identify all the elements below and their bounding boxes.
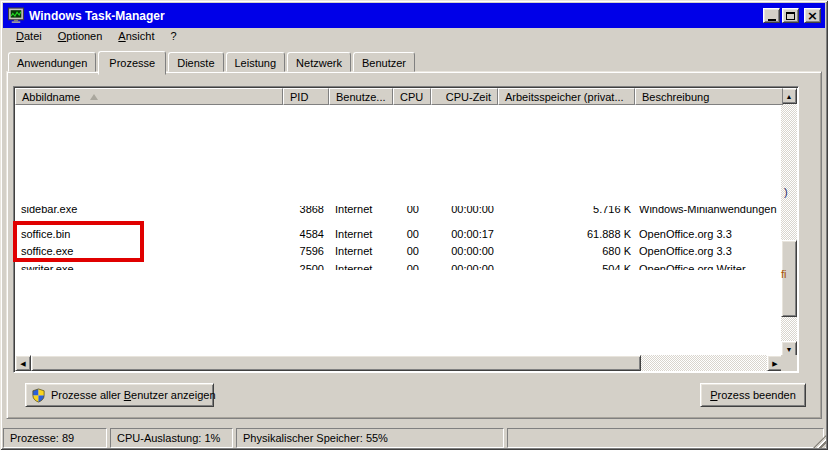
status-physical-memory: Physikalischer Speicher: 55%	[236, 428, 504, 448]
tab-leistung[interactable]: Leistung	[226, 52, 286, 72]
menu-optionen[interactable]: Optionen	[50, 28, 111, 46]
arrow-up-icon: ▲	[786, 93, 793, 100]
menu-datei[interactable]: Datei	[8, 28, 50, 46]
tab-benutzer[interactable]: Benutzer	[353, 52, 415, 72]
arrow-left-icon: ◀	[20, 360, 25, 367]
menubar: Datei Optionen Ansicht ?	[3, 28, 825, 46]
menu-ansicht[interactable]: Ansicht	[110, 28, 162, 46]
clipped-row-wrapper: swriter.exe 2500 Internet 00 00:00:00 50…	[15, 260, 783, 270]
show-all-processes-button[interactable]: Prozesse aller Benutzer anzeigen	[25, 383, 214, 407]
window-title: Windows Task-Manager	[29, 9, 761, 23]
arrow-down-icon: ▼	[786, 346, 793, 353]
show-all-processes-label: Prozesse aller Benutzer anzeigen	[51, 389, 216, 401]
menu-hilfe[interactable]: ?	[162, 28, 184, 46]
tabstrip: Anwendungen Prozesse Dienste Leistung Ne…	[8, 51, 417, 72]
status-empty-panel	[507, 428, 824, 448]
column-header-cpu-zeit[interactable]: CPU-Zeit	[431, 88, 498, 105]
maximize-icon	[786, 12, 795, 20]
process-list-body: sidebar.exe 3868 Internet 00 00:00:00 5.…	[15, 105, 783, 357]
table-row-swriter[interactable]: swriter.exe 2500 Internet 00 00:00:00 50…	[15, 260, 783, 270]
process-list: Abbildname PID Benutze... CPU CPU-Zeit A…	[13, 86, 799, 373]
column-header-arbeitsspeicher[interactable]: Arbeitsspeicher (privat...	[498, 88, 635, 105]
status-cpu-usage: CPU-Auslastung: 1%	[110, 428, 233, 448]
minimize-icon	[768, 19, 776, 21]
column-header-beschreibung[interactable]: Beschreibung	[635, 88, 783, 105]
column-header-benutzer[interactable]: Benutze...	[329, 88, 393, 105]
tab-prozesse[interactable]: Prozesse	[98, 51, 166, 75]
table-row-soffice-bin[interactable]: soffice.bin 4584 Internet 00 00:00:17 61…	[15, 225, 783, 242]
uac-shield-icon	[31, 388, 46, 403]
process-list-header: Abbildname PID Benutze... CPU CPU-Zeit A…	[15, 88, 783, 105]
scroll-up-button[interactable]: ▲	[781, 88, 797, 104]
end-process-label: Prozess beenden	[710, 389, 796, 401]
vertical-scrollbar[interactable]: ▲ ▼	[781, 88, 797, 357]
horizontal-scroll-thumb[interactable]	[31, 355, 641, 371]
horizontal-scrollbar[interactable]: ◀ ▶	[15, 355, 783, 371]
close-icon: ×	[807, 10, 818, 21]
tab-netzwerk[interactable]: Netzwerk	[287, 52, 351, 72]
minimize-button[interactable]	[763, 8, 780, 23]
table-row-sidebar[interactable]: sidebar.exe 3868 Internet 00 00:00:00 5.…	[15, 206, 783, 217]
task-manager-icon	[7, 7, 25, 24]
clipped-row-wrapper: sidebar.exe 3868 Internet 00 00:00:00 5.…	[15, 206, 783, 218]
end-process-button[interactable]: Prozess beenden	[700, 383, 806, 407]
scrollbar-corner	[781, 355, 797, 371]
status-processes: Prozesse: 89	[3, 428, 107, 448]
maximize-button[interactable]	[782, 8, 799, 23]
task-manager-window: Windows Task-Manager × Datei Optionen An…	[0, 0, 828, 450]
render-artifact: )	[784, 186, 788, 198]
close-button[interactable]: ×	[804, 8, 821, 23]
render-artifact: fi	[781, 268, 787, 280]
tab-dienste[interactable]: Dienste	[168, 52, 223, 72]
column-header-cpu[interactable]: CPU	[393, 88, 431, 105]
arrow-right-icon: ▶	[772, 360, 777, 367]
sort-ascending-icon	[90, 94, 98, 100]
table-row-soffice-exe[interactable]: soffice.exe 7596 Internet 00 00:00:00 68…	[15, 242, 783, 259]
scroll-left-button[interactable]: ◀	[15, 355, 31, 371]
tab-anwendungen[interactable]: Anwendungen	[8, 52, 96, 72]
titlebar[interactable]: Windows Task-Manager ×	[3, 3, 825, 28]
column-header-pid[interactable]: PID	[283, 88, 329, 105]
column-header-abbildname[interactable]: Abbildname	[15, 88, 283, 105]
